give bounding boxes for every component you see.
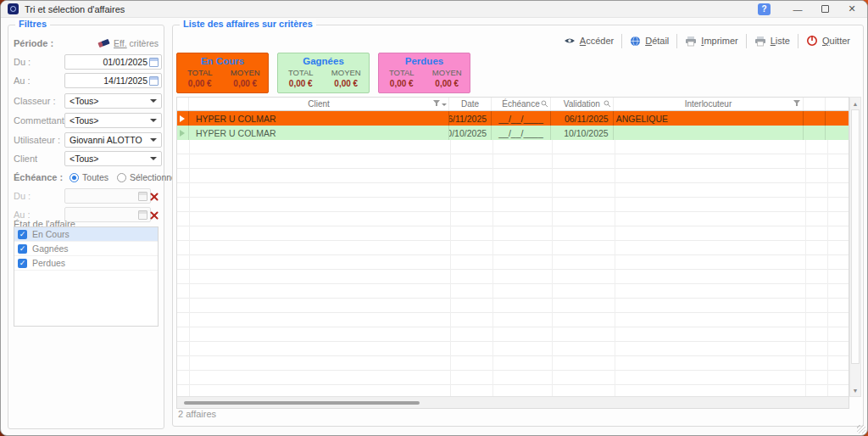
checkbox-checked-icon[interactable]: ✓ [18, 244, 27, 254]
table-row-selected[interactable]: HYPER U COLMAR 06/11/2025 __/__/____ 06/… [177, 111, 849, 126]
results-legend: Liste des affaires sur critères [180, 19, 316, 29]
vertical-scrollbar-thumb[interactable] [851, 109, 860, 364]
commettant-select[interactable]: <Tous> [64, 113, 162, 128]
row-arrow-icon [180, 115, 185, 122]
chevron-down-icon[interactable] [442, 103, 447, 106]
quitter-button[interactable]: Quitter [798, 35, 858, 47]
cell-extra [826, 111, 849, 126]
printer-icon [685, 36, 697, 47]
calendar-icon [138, 192, 147, 201]
etat-item-gagnees[interactable]: ✓ Gagnées [14, 242, 158, 256]
column-divider [552, 111, 553, 398]
scroll-up-icon[interactable]: ▲ [850, 98, 860, 109]
radio-selectionner[interactable] [117, 173, 126, 182]
header-interlocuteur[interactable]: Interlocuteur [614, 98, 804, 110]
close-button[interactable]: ✕ [840, 1, 864, 18]
client-value: <Tous> [70, 154, 150, 164]
filter-icon[interactable] [793, 100, 801, 107]
vertical-scrollbar[interactable]: ▲ ▼ [849, 97, 861, 397]
calendar-icon[interactable] [149, 58, 159, 67]
grid-body: HYPER U COLMAR 06/11/2025 __/__/____ 06/… [177, 111, 849, 398]
cell-echeance: __/__/____ [492, 111, 551, 126]
etat-listbox: ✓ En Cours ✓ Gagnées ✓ Perdues [14, 226, 159, 327]
calendar-icon[interactable] [149, 76, 159, 86]
summary-gagnees: Gagnées TOTAL0,00 € MOYEN0,00 € [277, 53, 370, 93]
window-controls: ? — ✕ [758, 1, 867, 17]
column-divider [189, 111, 190, 398]
acceder-button[interactable]: Accéder [556, 36, 621, 46]
etat-item-label: Gagnées [32, 243, 69, 254]
maximize-button[interactable] [813, 1, 837, 18]
radio-toutes-label: Toutes [82, 172, 108, 182]
du-value: 01/01/2025 [68, 57, 149, 67]
etat-item-perdues[interactable]: ✓ Perdues [14, 256, 158, 271]
scroll-down-icon[interactable]: ▼ [850, 384, 860, 396]
app-icon [8, 3, 19, 14]
cell-extra [804, 111, 826, 126]
grid-header: Client Date Échéance Validation [177, 98, 849, 111]
row-arrow-icon [180, 130, 185, 137]
classeur-value: <Tous> [70, 96, 150, 106]
filter-icon[interactable] [433, 100, 441, 107]
periode-label: Période : [14, 38, 53, 48]
column-divider [805, 111, 806, 398]
au-label: Au : [14, 75, 31, 86]
search-icon[interactable] [541, 100, 548, 108]
window-title: Tri et sélection d'affaires [25, 4, 125, 14]
resize-grip[interactable] [857, 425, 865, 433]
cell-client: HYPER U COLMAR [189, 111, 449, 126]
client-row: Client <Tous> [14, 151, 159, 166]
header-echeance[interactable]: Échéance [492, 98, 551, 110]
periode-row: Période : Eff. critères [14, 36, 159, 51]
echeance-row: Échéance : Toutes Sélectionner [14, 170, 159, 185]
summary-perdues: Perdues TOTAL0,00 € MOYEN0,00 € [378, 53, 470, 93]
checkbox-checked-icon[interactable]: ✓ [18, 230, 27, 239]
header-validation[interactable]: Validation [551, 98, 614, 110]
client-label: Client [14, 154, 37, 164]
client-select[interactable]: <Tous> [64, 151, 162, 166]
eraser-icon [97, 39, 109, 48]
globe-icon [630, 36, 641, 47]
classeur-row: Classeur : <Tous> [14, 93, 159, 109]
minimize-button[interactable]: — [786, 1, 810, 18]
imprimer-button[interactable]: Imprimer [677, 36, 745, 47]
horizontal-scrollbar[interactable] [177, 396, 849, 408]
table-row[interactable]: HYPER U COLMAR 10/10/2025 __/__/____ 10/… [177, 126, 849, 140]
liste-button[interactable]: Liste [747, 36, 798, 47]
dialog-window: Tri et sélection d'affaires ? — ✕ Filtre… [0, 0, 868, 436]
radio-toutes[interactable] [70, 173, 79, 182]
cell-extra [826, 126, 849, 140]
toolbar: Accéder Détail Imprimer Liste Quitter [556, 32, 858, 49]
header-date[interactable]: Date [449, 98, 492, 110]
cell-validation: 06/11/2025 [551, 111, 614, 126]
cell-date: 10/10/2025 [449, 126, 492, 140]
maximize-icon [821, 5, 829, 13]
chevron-down-icon [150, 99, 157, 103]
clear-criteria-button[interactable]: Eff. critères [98, 38, 159, 48]
results-panel: Liste des affaires sur critères Accéder … [172, 25, 864, 427]
help-button[interactable]: ? [758, 3, 771, 15]
header-client[interactable]: Client [189, 98, 449, 110]
au-input[interactable]: 14/11/2025 [64, 73, 162, 88]
filters-panel: Filtres Période : Eff. critères Du : 01/… [8, 25, 164, 429]
row-marker [177, 126, 189, 140]
row-marker [177, 111, 189, 126]
echeance-du-input[interactable] [64, 188, 151, 204]
etat-item-label: En Cours [32, 229, 70, 239]
header-marker [177, 98, 189, 110]
quit-icon [806, 35, 818, 47]
clear-date-icon[interactable] [149, 192, 159, 201]
du-input[interactable]: 01/01/2025 [64, 54, 162, 70]
classeur-select[interactable]: <Tous> [64, 93, 162, 109]
etat-item-en-cours[interactable]: ✓ En Cours [14, 227, 158, 242]
title-bar[interactable]: Tri et sélection d'affaires ? — ✕ [1, 1, 867, 18]
eye-icon [564, 36, 576, 46]
horizontal-scrollbar-thumb[interactable] [184, 401, 420, 405]
search-icon[interactable] [604, 100, 611, 108]
detail-button[interactable]: Détail [622, 36, 676, 47]
utilisateur-select[interactable]: Giovanni ALOTTO [64, 132, 162, 148]
cell-client: HYPER U COLMAR [189, 126, 449, 140]
checkbox-checked-icon[interactable]: ✓ [18, 259, 27, 268]
column-divider [615, 111, 615, 398]
du-label: Du : [14, 57, 31, 67]
